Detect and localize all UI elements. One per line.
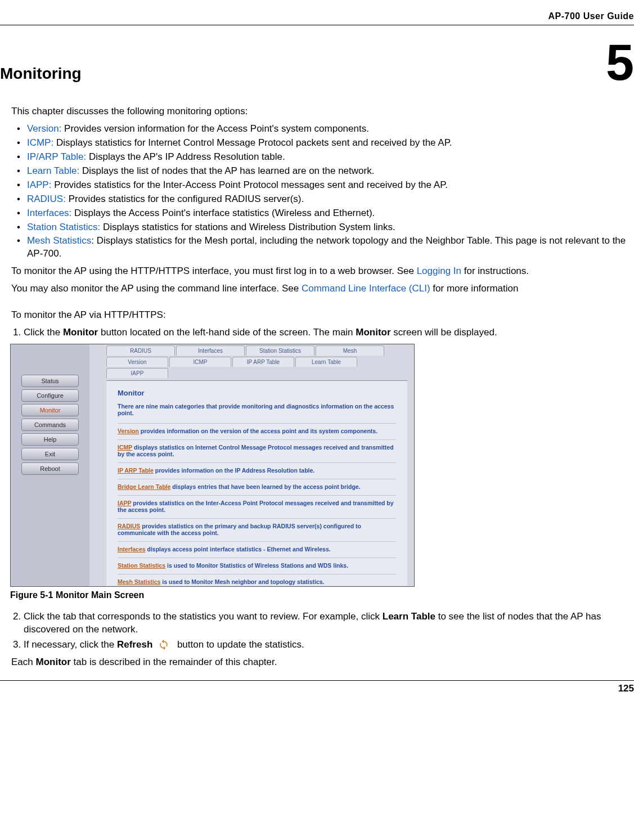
ss-row: Version provides information on the vers… bbox=[118, 423, 396, 434]
bold-monitor: Monitor bbox=[356, 327, 390, 338]
cli-note: You may also monitor the AP using the co… bbox=[11, 282, 628, 295]
bold-monitor: Monitor bbox=[35, 657, 70, 667]
link-station[interactable]: Station Statistics: bbox=[27, 222, 100, 232]
ss-row: IP ARP Table provides information on the… bbox=[118, 462, 396, 474]
list-text: Displays the Access Point's interface st… bbox=[71, 208, 375, 218]
ss-link-interfaces[interactable]: Interfaces bbox=[118, 546, 146, 552]
ss-tab-station[interactable]: Station Statistics bbox=[246, 345, 314, 356]
step-1: Click the Monitor button located on the … bbox=[24, 326, 628, 339]
ss-row-text: provides information on the IP Address R… bbox=[154, 467, 314, 474]
ss-row-text: provides statistics on the Inter-Access … bbox=[118, 500, 394, 513]
text-span: Click the tab that corresponds to the st… bbox=[24, 611, 383, 622]
ss-row: IAPP provides statistics on the Inter-Ac… bbox=[118, 495, 396, 513]
ss-tabs-row1: RADIUS Interfaces Station Statistics Mes… bbox=[89, 344, 414, 356]
list-text: Displays the list of nodes that the AP h… bbox=[79, 165, 374, 176]
ss-tab-iapp[interactable]: IAPP bbox=[106, 368, 168, 378]
ss-btn-reboot[interactable]: Reboot bbox=[21, 462, 79, 475]
list-item: Station Statistics: Displays statistics … bbox=[11, 221, 628, 234]
options-list: Version: Provides version information fo… bbox=[11, 123, 628, 260]
text-span: Click the bbox=[24, 327, 63, 338]
link-iparp[interactable]: IP/ARP Table: bbox=[27, 151, 86, 162]
text-span: for instructions. bbox=[461, 266, 529, 276]
link-interfaces[interactable]: Interfaces: bbox=[27, 208, 71, 218]
text-span: tab is described in the remainder of thi… bbox=[71, 657, 277, 667]
ss-link-mesh[interactable]: Mesh Statistics bbox=[118, 578, 160, 585]
ss-tab-learn[interactable]: Learn Table bbox=[295, 357, 357, 367]
link-radius[interactable]: RADIUS: bbox=[27, 194, 66, 204]
ss-link-radius[interactable]: RADIUS bbox=[118, 523, 140, 529]
ss-btn-monitor[interactable]: Monitor bbox=[21, 404, 79, 416]
list-text: Displays statistics for stations and Wir… bbox=[100, 222, 395, 232]
ss-btn-exit[interactable]: Exit bbox=[21, 448, 79, 460]
ss-row-text: is used to Monitor Statistics of Wireles… bbox=[165, 562, 348, 569]
link-icmp[interactable]: ICMP: bbox=[27, 137, 53, 148]
link-cli[interactable]: Command Line Interface (CLI) bbox=[302, 283, 430, 294]
link-logging-in[interactable]: Logging In bbox=[417, 266, 461, 276]
ss-link-iapp[interactable]: IAPP bbox=[118, 500, 131, 506]
ss-panel: Monitor There are nine main categories t… bbox=[106, 380, 407, 586]
ss-link-version[interactable]: Version bbox=[118, 428, 139, 434]
ss-btn-help[interactable]: Help bbox=[21, 433, 79, 446]
ss-tab-iparp[interactable]: IP ARP Table bbox=[232, 357, 294, 367]
step-3: If necessary, click the Refresh button t… bbox=[24, 639, 628, 652]
ss-row: RADIUS provides statistics on the primar… bbox=[118, 518, 396, 536]
ss-link-iparp[interactable]: IP ARP Table bbox=[118, 467, 154, 474]
text-span: To monitor the AP using the HTTP/HTTPS i… bbox=[11, 266, 417, 276]
ss-btn-configure[interactable]: Configure bbox=[21, 389, 79, 402]
steps-list: Click the Monitor button located on the … bbox=[11, 326, 628, 339]
ss-row: Station Statistics is used to Monitor St… bbox=[118, 558, 396, 569]
ss-sidebar: Status Configure Monitor Commands Help E… bbox=[11, 344, 89, 586]
list-text: Provides statistics for the Inter-Access… bbox=[51, 179, 448, 190]
ss-panel-title: Monitor bbox=[118, 389, 396, 397]
ss-row-text: provides statistics on the primary and b… bbox=[118, 523, 361, 536]
text-span: for more information bbox=[430, 283, 519, 294]
ss-tabs-row2: Version ICMP IP ARP Table Learn Table IA… bbox=[89, 356, 414, 378]
ss-row: Bridge Learn Table displays entries that… bbox=[118, 479, 396, 490]
chapter-title: Monitoring bbox=[0, 65, 82, 83]
link-version[interactable]: Version: bbox=[27, 123, 61, 134]
ss-btn-commands[interactable]: Commands bbox=[21, 419, 79, 431]
text-span: button located on the left-hand side of … bbox=[98, 327, 356, 338]
ss-btn-status[interactable]: Status bbox=[21, 375, 79, 387]
list-text: Displays statistics for Internet Control… bbox=[53, 137, 452, 148]
list-item: Mesh Statistics: Displays statistics for… bbox=[11, 235, 628, 260]
ss-row-text: displays statistics on Internet Control … bbox=[118, 444, 394, 457]
steps-list-cont: Click the tab that corresponds to the st… bbox=[11, 610, 628, 652]
ss-row: Interfaces displays access point interfa… bbox=[118, 541, 396, 552]
bold-refresh: Refresh bbox=[117, 639, 152, 650]
text-span: Each bbox=[11, 657, 35, 667]
ss-tab-version[interactable]: Version bbox=[106, 357, 168, 367]
figure-caption: Figure 5-1 Monitor Main Screen bbox=[10, 590, 634, 600]
figure-screenshot: Status Configure Monitor Commands Help E… bbox=[10, 344, 415, 587]
text-span: screen will be displayed. bbox=[391, 327, 497, 338]
ss-link-bridge[interactable]: Bridge Learn Table bbox=[118, 483, 170, 490]
via-heading: To monitor the AP via HTTP/HTTPS: bbox=[11, 309, 628, 322]
page-number: 125 bbox=[0, 681, 634, 694]
ss-row: ICMP displays statistics on Internet Con… bbox=[118, 439, 396, 457]
http-note: To monitor the AP using the HTTP/HTTPS i… bbox=[11, 265, 628, 278]
ss-tab-radius[interactable]: RADIUS bbox=[106, 345, 175, 356]
ss-link-station[interactable]: Station Statistics bbox=[118, 562, 165, 569]
list-item: Version: Provides version information fo… bbox=[11, 123, 628, 136]
list-text: Provides statistics for the configured R… bbox=[66, 194, 304, 204]
link-mesh[interactable]: Mesh Statistics bbox=[27, 235, 91, 246]
ss-main: RADIUS Interfaces Station Statistics Mes… bbox=[89, 344, 414, 586]
list-item: Learn Table: Displays the list of nodes … bbox=[11, 165, 628, 178]
intro-paragraph: This chapter discusses the following mon… bbox=[11, 105, 628, 118]
ss-row-text: displays entries that have been learned … bbox=[170, 483, 360, 490]
ss-tab-icmp[interactable]: ICMP bbox=[169, 357, 231, 367]
list-item: IAPP: Provides statistics for the Inter-… bbox=[11, 179, 628, 192]
list-item: Interfaces: Displays the Access Point's … bbox=[11, 207, 628, 220]
list-item: RADIUS: Provides statistics for the conf… bbox=[11, 193, 628, 206]
ss-tab-interfaces[interactable]: Interfaces bbox=[176, 345, 245, 356]
ss-panel-desc: There are nine main categories that prov… bbox=[118, 403, 396, 416]
link-learn[interactable]: Learn Table: bbox=[27, 165, 79, 176]
refresh-icon bbox=[158, 639, 169, 650]
link-iapp[interactable]: IAPP: bbox=[27, 179, 51, 190]
list-text: : Displays statistics for the Mesh porta… bbox=[27, 235, 626, 259]
list-text: Provides version information for the Acc… bbox=[61, 123, 369, 134]
ss-link-icmp[interactable]: ICMP bbox=[118, 444, 132, 451]
list-item: ICMP: Displays statistics for Internet C… bbox=[11, 137, 628, 150]
ss-row: Mesh Statistics is used to Monitor Mesh … bbox=[118, 574, 396, 585]
ss-tab-mesh[interactable]: Mesh bbox=[316, 345, 384, 356]
